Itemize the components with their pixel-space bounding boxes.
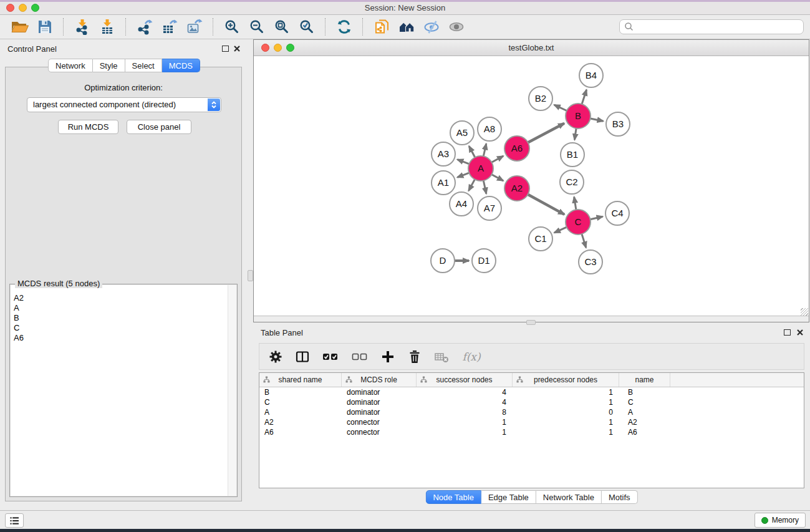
table-cell[interactable]: B <box>619 387 670 397</box>
column-header-predecessor-nodes[interactable]: predecessor nodes <box>513 373 619 387</box>
table-cell[interactable]: A2 <box>619 417 670 427</box>
table-cell[interactable]: 1 <box>417 417 513 427</box>
delete-table-button[interactable] <box>433 349 450 365</box>
table-cell[interactable]: 4 <box>417 387 513 397</box>
save-session-button[interactable] <box>32 16 57 37</box>
graph-node-C4[interactable]: C4 <box>605 201 629 225</box>
graph-edge-A-A5[interactable] <box>469 146 475 157</box>
toggle-column-view-button[interactable] <box>294 349 311 365</box>
graph-edge-A-A6[interactable] <box>492 156 504 162</box>
export-table-button[interactable] <box>157 16 182 37</box>
table-cell[interactable]: connector <box>342 417 417 427</box>
select-all-button[interactable] <box>321 349 340 365</box>
table-cell[interactable]: 0 <box>513 407 619 417</box>
table-cell[interactable]: A <box>259 407 342 417</box>
graph-edge-A-A2[interactable] <box>492 175 504 181</box>
mcds-result-item[interactable]: A6 <box>14 333 236 343</box>
graph-edge-A-A4[interactable] <box>469 180 475 191</box>
column-header-shared-name[interactable]: shared name <box>259 373 342 387</box>
show-panels-button[interactable] <box>5 513 24 528</box>
table-cell[interactable]: dominator <box>342 407 417 417</box>
graph-node-A1[interactable]: A1 <box>432 171 455 195</box>
table-cell[interactable]: A6 <box>259 427 342 437</box>
clone-network-button[interactable] <box>369 16 394 37</box>
graph-edge-A2-C[interactable] <box>528 195 565 215</box>
tab-motifs[interactable]: Motifs <box>602 490 638 504</box>
export-image-button[interactable] <box>182 16 207 37</box>
table-cell[interactable]: 8 <box>417 407 513 417</box>
table-row[interactable]: A2connector11A2 <box>259 417 804 427</box>
column-header-successor-nodes[interactable]: successor nodes <box>417 373 513 387</box>
close-window-button[interactable] <box>6 4 14 12</box>
network-canvas[interactable]: B4B2BB3A5A8A6A3B1AA1C2A2A4A7C4CC1C3DD1 <box>254 56 809 316</box>
graph-node-A3[interactable]: A3 <box>432 142 455 166</box>
horizontal-split-handle[interactable] <box>526 320 536 325</box>
minimize-window-button[interactable] <box>19 4 27 12</box>
table-cell[interactable]: 1 <box>513 417 619 427</box>
graph-node-B1[interactable]: B1 <box>561 143 584 167</box>
close-table-panel-icon[interactable] <box>796 329 804 336</box>
column-header-MCDS-role[interactable]: MCDS role <box>342 373 417 387</box>
graph-node-B2[interactable]: B2 <box>529 87 552 110</box>
tab-network[interactable]: Network <box>48 59 93 72</box>
graph-node-A6[interactable]: A6 <box>504 136 529 161</box>
graph-node-C3[interactable]: C3 <box>579 250 602 274</box>
result-scrollbar[interactable] <box>228 285 236 496</box>
delete-columns-button[interactable] <box>407 349 423 365</box>
close-network-window-button[interactable] <box>261 44 269 52</box>
graph-node-D1[interactable]: D1 <box>472 249 496 273</box>
maximize-window-button[interactable] <box>31 4 39 12</box>
graph-node-A[interactable]: A <box>468 156 493 181</box>
graph-edge-A-A7[interactable] <box>483 181 486 194</box>
graph-edge-C-C3[interactable] <box>582 234 586 248</box>
table-row[interactable]: Cdominator41C <box>259 397 804 407</box>
column-header-name[interactable]: name <box>619 373 670 387</box>
close-panel-button[interactable]: Close panel <box>127 120 191 134</box>
graph-node-B3[interactable]: B3 <box>606 112 630 136</box>
vertical-split-handle[interactable] <box>248 270 253 281</box>
table-cell[interactable]: 4 <box>417 397 513 407</box>
run-mcds-button[interactable]: Run MCDS <box>58 120 118 134</box>
tab-node-table[interactable]: Node Table <box>425 490 481 504</box>
zoom-selected-button[interactable] <box>294 16 319 37</box>
mcds-result-item[interactable]: A2 <box>14 293 236 303</box>
tab-network-table[interactable]: Network Table <box>536 490 602 504</box>
open-session-button[interactable] <box>7 16 32 37</box>
graph-node-A7[interactable]: A7 <box>478 196 501 220</box>
graph-edge-B-B4[interactable] <box>582 90 587 104</box>
graph-edge-A6-B[interactable] <box>528 123 564 143</box>
table-row[interactable]: A6connector11A6 <box>259 427 804 437</box>
search-input[interactable] <box>634 21 803 33</box>
graph-edge-C-C2[interactable] <box>574 197 576 210</box>
graph-edge-A-A1[interactable] <box>457 173 469 177</box>
home-view-button[interactable] <box>394 16 419 37</box>
table-row[interactable]: Bdominator41B <box>259 387 804 397</box>
mcds-result-item[interactable]: C <box>14 323 236 333</box>
zoom-in-button[interactable] <box>219 16 244 37</box>
minimize-network-window-button[interactable] <box>274 44 282 52</box>
tab-mcds[interactable]: MCDS <box>162 59 200 72</box>
graph-node-A8[interactable]: A8 <box>478 117 501 141</box>
graph-edge-C-C4[interactable] <box>591 216 603 220</box>
tab-style[interactable]: Style <box>93 59 125 72</box>
table-options-button[interactable] <box>268 349 284 365</box>
tab-select[interactable]: Select <box>125 59 162 72</box>
zoom-out-button[interactable] <box>244 16 269 37</box>
refresh-view-button[interactable] <box>332 16 357 37</box>
tab-edge-table[interactable]: Edge Table <box>481 490 536 504</box>
graph-edge-C-C1[interactable] <box>554 227 567 233</box>
graph-edge-A-A8[interactable] <box>483 143 486 156</box>
export-network-button[interactable] <box>132 16 157 37</box>
graph-node-A5[interactable]: A5 <box>450 121 474 145</box>
import-network-button[interactable] <box>70 16 95 37</box>
function-builder-button[interactable]: f(x) <box>460 349 483 365</box>
graph-node-B[interactable]: B <box>566 104 591 128</box>
table-cell[interactable]: 1 <box>513 427 619 437</box>
graph-edge-B-B3[interactable] <box>591 118 604 121</box>
table-cell[interactable]: 1 <box>513 397 619 407</box>
mcds-result-item[interactable]: B <box>14 313 236 323</box>
table-row[interactable]: Adominator80A <box>259 407 804 417</box>
table-cell[interactable]: A2 <box>259 417 342 427</box>
import-table-button[interactable] <box>95 16 120 37</box>
optimization-select[interactable]: largest connected component (directed) <box>27 97 221 112</box>
